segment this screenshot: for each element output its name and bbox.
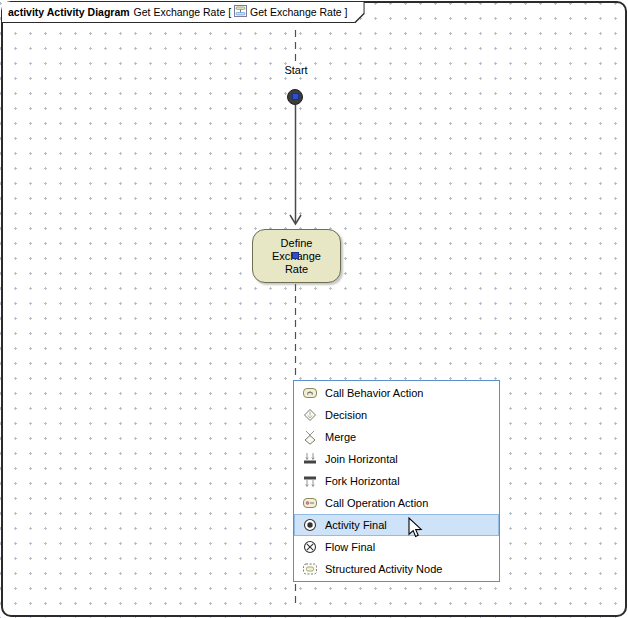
context-menu: Call Behavior Action Decision Merge — [293, 380, 500, 582]
selection-handle-start[interactable] — [292, 93, 299, 100]
activity-diagram-icon — [234, 5, 247, 19]
start-node-label: Start — [265, 64, 327, 76]
menu-item-label: Structured Activity Node — [325, 563, 442, 575]
menu-item-decision[interactable]: Decision — [294, 404, 499, 426]
call-behavior-action-icon — [294, 385, 325, 401]
menu-item-label: Call Operation Action — [325, 497, 428, 509]
menu-item-activity-final[interactable]: Activity Final — [294, 514, 499, 536]
menu-item-call-operation-action[interactable]: Call Operation Action — [294, 492, 499, 514]
menu-item-join-horizontal[interactable]: Join Horizontal — [294, 448, 499, 470]
frame-header-ref: Get Exchange Rate ] — [250, 6, 347, 18]
frame-header-title: Get Exchange Rate [ — [134, 6, 231, 18]
menu-item-call-behavior-action[interactable]: Call Behavior Action — [294, 382, 499, 404]
menu-item-merge[interactable]: Merge — [294, 426, 499, 448]
merge-icon — [294, 429, 325, 445]
menu-item-label: Fork Horizontal — [325, 475, 400, 487]
frame-header-keyword: activity Activity Diagram — [8, 6, 130, 18]
menu-item-label: Call Behavior Action — [325, 387, 423, 399]
menu-item-label: Join Horizontal — [325, 453, 398, 465]
diagram-frame-header[interactable]: activity Activity Diagram Get Exchange R… — [2, 2, 365, 23]
activity-final-icon — [294, 517, 325, 533]
call-operation-action-icon — [294, 495, 325, 511]
arrowhead-icon — [290, 215, 301, 224]
menu-item-label: Merge — [325, 431, 356, 443]
menu-item-label: Flow Final — [325, 541, 375, 553]
join-horizontal-icon — [294, 451, 325, 467]
fork-horizontal-icon — [294, 473, 325, 489]
selection-handle-action[interactable] — [292, 252, 299, 259]
frame-header-text: activity Activity Diagram Get Exchange R… — [2, 2, 364, 22]
diagram-canvas[interactable]: activity Activity Diagram Get Exchange R… — [0, 0, 628, 618]
menu-item-fork-horizontal[interactable]: Fork Horizontal — [294, 470, 499, 492]
menu-item-structured-activity-node[interactable]: Structured Activity Node — [294, 558, 499, 580]
menu-item-flow-final[interactable]: Flow Final — [294, 536, 499, 558]
decision-icon — [294, 407, 325, 423]
menu-item-label: Decision — [325, 409, 367, 421]
menu-item-label: Activity Final — [325, 519, 387, 531]
structured-activity-node-icon — [294, 561, 325, 577]
flow-final-icon — [294, 539, 325, 555]
